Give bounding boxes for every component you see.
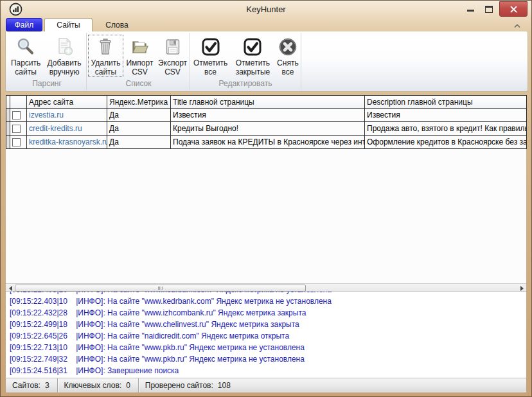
scrollbar-thumb[interactable] bbox=[15, 285, 306, 292]
status-sites: Сайтов: 3 bbox=[6, 378, 57, 393]
check-closed-button[interactable]: Отметить закрытые bbox=[231, 35, 275, 76]
document-add-icon bbox=[54, 37, 75, 57]
import-csv-button[interactable]: Импорт CSV bbox=[124, 35, 155, 76]
chevron-up-icon bbox=[513, 22, 522, 30]
cancel-circle-icon bbox=[278, 37, 298, 57]
search-icon bbox=[15, 37, 36, 57]
delete-sites-button[interactable]: Удалить сайты bbox=[89, 35, 123, 76]
folder-open-icon bbox=[129, 37, 150, 57]
log-line: [09:15:22.713|10 |ИНФО]: На сайте "www.p… bbox=[10, 342, 526, 353]
tab-sites[interactable]: Сайты bbox=[44, 18, 93, 31]
log-line: [09:15:22.749|32 |ИНФО]: На сайте "www.p… bbox=[10, 353, 526, 365]
ribbon-group-list: Удалить сайты Импорт CSV bbox=[87, 33, 190, 90]
check-all-button[interactable]: Отметить все bbox=[191, 35, 229, 76]
header-address[interactable]: Адрес сайта bbox=[27, 96, 107, 109]
table-row[interactable]: kreditka-krasnoyarsk.ru Да Подача заявок… bbox=[6, 136, 527, 149]
app-window: KeyHunter Файл Сайты Слова bbox=[0, 0, 532, 397]
log-line: [09:15:22.432|28 |ИНФО]: На сайте "www.i… bbox=[10, 307, 526, 319]
status-keywords-label: Ключевых слов: bbox=[64, 381, 122, 390]
ribbon-collapse-button[interactable] bbox=[513, 21, 522, 28]
description-cell: Продажа авто, взятого в кредит! Как прав… bbox=[365, 122, 527, 136]
status-keywords-value: 0 bbox=[126, 381, 130, 390]
triangle-left-icon bbox=[9, 286, 12, 291]
table-row[interactable]: credit-kredits.ru Да Кредиты Выгодно! Пр… bbox=[6, 122, 527, 136]
scrollbar-grip-icon bbox=[159, 287, 160, 290]
row-checkbox[interactable] bbox=[12, 111, 21, 119]
uncheck-all-button[interactable]: Снять все bbox=[276, 35, 299, 76]
horizontal-scrollbar[interactable] bbox=[6, 283, 526, 292]
status-checked-label: Проверено сайтов: bbox=[145, 381, 213, 390]
ribbon: Парсить сайты Добавить вручную Парсин bbox=[5, 31, 528, 92]
ribbon-group-label: Редактировать bbox=[190, 79, 301, 90]
row-checkbox[interactable] bbox=[12, 138, 21, 146]
ribbon-group-edit: Отметить все Отметить закрытые Снят bbox=[190, 33, 301, 90]
site-url-link[interactable]: credit-kredits.ru bbox=[27, 122, 107, 136]
check-square-icon bbox=[200, 37, 221, 57]
add-manually-button[interactable]: Добавить вручную bbox=[44, 35, 85, 76]
ribbon-button-label: Парсить сайты bbox=[9, 58, 42, 76]
scrollbar-grip-icon bbox=[158, 287, 159, 290]
ribbon-button-label: Добавить вручную bbox=[44, 58, 85, 76]
log-line: [09:15:22.645|26 |ИНФО]: На сайте "naidi… bbox=[10, 330, 526, 342]
title-cell: Известия bbox=[171, 109, 365, 122]
ribbon-button-label: Отметить все bbox=[191, 58, 229, 76]
ribbon-group-parsing: Парсить сайты Добавить вручную Парсин bbox=[8, 33, 87, 90]
close-icon bbox=[510, 6, 517, 13]
status-bar: Сайтов: 3 Ключевых слов: 0 Проверено сай… bbox=[6, 378, 526, 393]
scrollbar-grip-icon bbox=[161, 287, 161, 290]
ribbon-group-label: Парсинг bbox=[8, 79, 86, 90]
metrika-cell: Да bbox=[107, 122, 171, 136]
floppy-disk-icon bbox=[163, 37, 183, 57]
tab-file[interactable]: Файл bbox=[6, 18, 42, 31]
export-csv-button[interactable]: Экспорт CSV bbox=[157, 35, 188, 76]
ribbon-button-label: Отметить закрытые bbox=[231, 58, 275, 76]
ribbon-button-label: Удалить сайты bbox=[89, 58, 123, 76]
log-line: [09:15:24.516|31 |ИНФО]: Завершение поис… bbox=[10, 365, 526, 376]
row-checkbox[interactable] bbox=[12, 125, 21, 133]
triangle-right-icon bbox=[520, 286, 524, 291]
description-cell: Оформление кредитов в Красноярске без за… bbox=[365, 136, 527, 149]
description-cell: Известия bbox=[365, 109, 527, 122]
header-title[interactable]: Title главной страницы bbox=[171, 96, 365, 109]
header-checkbox-column[interactable] bbox=[10, 96, 27, 109]
status-checked-value: 108 bbox=[218, 381, 231, 390]
check-square-icon bbox=[242, 37, 263, 57]
log-line: [09:15:22.403|10 |ИНФО]: На сайте "www.k… bbox=[10, 296, 526, 307]
minimize-button[interactable] bbox=[467, 10, 474, 12]
tab-words[interactable]: Слова bbox=[94, 18, 140, 31]
window-title: KeyHunter bbox=[1, 4, 531, 14]
parse-sites-button[interactable]: Парсить сайты bbox=[9, 35, 42, 76]
status-checked-sites: Проверено сайтов: 108 bbox=[139, 378, 238, 393]
title-cell: Кредиты Выгодно! bbox=[171, 122, 365, 136]
table-row[interactable]: izvestia.ru Да Известия Известия bbox=[6, 109, 527, 122]
ribbon-button-label: Экспорт CSV bbox=[157, 58, 188, 76]
sites-table: Адрес сайта Яндекс.Метрика Title главной… bbox=[6, 95, 526, 283]
ribbon-button-label: Импорт CSV bbox=[124, 58, 155, 76]
title-bar: KeyHunter bbox=[1, 1, 531, 18]
ribbon-button-label: Снять все bbox=[276, 58, 299, 76]
header-metrika[interactable]: Яндекс.Метрика bbox=[107, 96, 171, 109]
ribbon-tab-strip: Файл Сайты Слова bbox=[1, 18, 531, 31]
close-button[interactable] bbox=[499, 1, 528, 17]
ribbon-group-label: Список bbox=[87, 79, 190, 90]
status-keywords: Ключевых слов: 0 bbox=[58, 378, 138, 393]
scrollbar-grip-icon bbox=[162, 287, 163, 290]
header-description[interactable]: Description главной страницы bbox=[365, 96, 527, 109]
site-url-link[interactable]: izvestia.ru bbox=[27, 109, 107, 122]
log-line: [09:15:22.499|18 |ИНФО]: На сайте "www.c… bbox=[10, 319, 526, 330]
site-url-link[interactable]: kreditka-krasnoyarsk.ru bbox=[27, 136, 107, 149]
log-panel: [09:15:22.403|10 |ИНФО]: На сайте "www.k… bbox=[6, 292, 526, 378]
maximize-button[interactable] bbox=[485, 6, 493, 13]
metrika-cell: Да bbox=[107, 109, 171, 122]
status-sites-label: Сайтов: bbox=[12, 381, 40, 390]
table-header-row: Адрес сайта Яндекс.Метрика Title главной… bbox=[6, 96, 527, 109]
trash-icon bbox=[95, 37, 116, 57]
metrika-cell: Да bbox=[107, 136, 171, 149]
status-sites-value: 3 bbox=[45, 381, 49, 390]
title-cell: Подача заявок на КРЕДИТЫ в Красноярске ч… bbox=[171, 136, 365, 149]
